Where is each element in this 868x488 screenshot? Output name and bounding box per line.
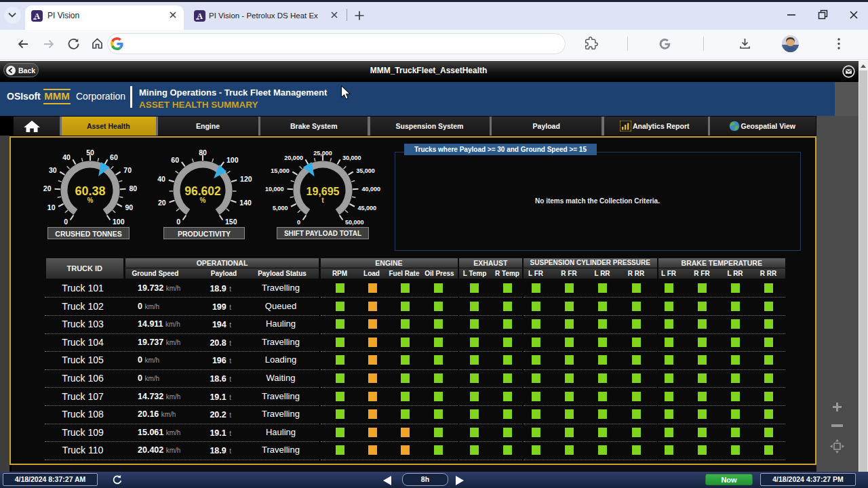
svg-text:%: %	[200, 197, 206, 204]
svg-text:0: 0	[64, 218, 68, 226]
svg-text:100: 100	[113, 218, 125, 226]
svg-text:30,000: 30,000	[342, 155, 361, 161]
svg-text:0: 0	[297, 219, 300, 226]
svg-text:150: 150	[225, 218, 237, 226]
svg-text:20: 20	[43, 184, 52, 192]
svg-text:20,000: 20,000	[284, 155, 303, 161]
svg-text:40: 40	[62, 153, 71, 161]
svg-text:10,000: 10,000	[265, 186, 284, 192]
svg-text:15,000: 15,000	[271, 167, 290, 174]
svg-text:35,000: 35,000	[356, 167, 375, 174]
svg-text:40,000: 40,000	[362, 186, 381, 192]
svg-text:t: t	[321, 197, 324, 204]
svg-text:70: 70	[123, 166, 132, 174]
svg-text:80: 80	[199, 148, 207, 157]
svg-text:A: A	[34, 12, 40, 21]
svg-text:100: 100	[226, 156, 239, 164]
svg-text:60: 60	[110, 153, 118, 161]
svg-text:45,000: 45,000	[358, 205, 377, 211]
svg-text:%: %	[87, 197, 94, 204]
svg-text:0: 0	[176, 218, 180, 226]
svg-text:60.38: 60.38	[75, 184, 105, 198]
svg-text:20: 20	[158, 199, 166, 207]
svg-text:50,000: 50,000	[345, 219, 364, 226]
svg-text:40: 40	[157, 175, 165, 183]
svg-text:90: 90	[125, 203, 134, 211]
svg-text:96.602: 96.602	[184, 184, 221, 198]
svg-text:10: 10	[47, 203, 56, 211]
svg-text:140: 140	[239, 199, 252, 207]
svg-text:80: 80	[130, 184, 138, 192]
svg-text:A: A	[197, 12, 203, 21]
svg-text:30: 30	[49, 166, 57, 174]
svg-text:19,695: 19,695	[307, 186, 340, 197]
svg-text:60: 60	[171, 156, 179, 164]
svg-text:25,000: 25,000	[313, 150, 332, 157]
svg-text:5,000: 5,000	[273, 205, 288, 211]
svg-text:120: 120	[240, 175, 252, 183]
svg-text:50: 50	[86, 148, 94, 157]
